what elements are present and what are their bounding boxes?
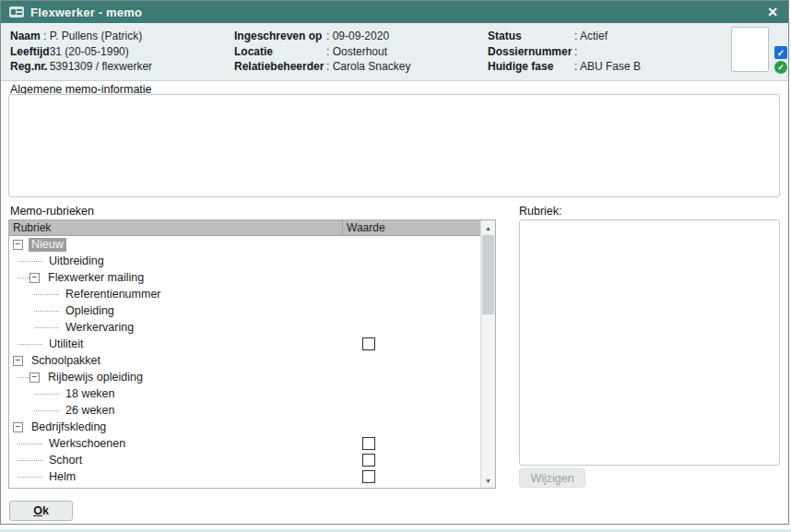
tree-cell-rubriek: Werkervaring (9, 321, 343, 335)
tree-row[interactable]: 18 weken (9, 385, 480, 402)
flexwerker-info-header: Naam: P. Pullens (Patrick)Leeftijd: 31 (… (1, 23, 788, 81)
header-column-1: Naam: P. Pullens (Patrick)Leeftijd: 31 (… (10, 29, 152, 75)
tree-cell-rubriek: −Flexwerker mailing (9, 271, 343, 285)
tree-item-label[interactable]: Helm (46, 470, 78, 484)
wijzigen-button[interactable]: Wijzigen (519, 468, 585, 488)
tree-item-label[interactable]: Flexwerker mailing (45, 271, 147, 285)
header-column-3: Status: ActiefDossiernummer: Huidige fas… (488, 29, 641, 75)
tree-cell-rubriek: −Bedrijfskleding (9, 420, 343, 434)
tree-item-label[interactable]: Werkervaring (63, 321, 136, 335)
collapse-icon[interactable]: − (30, 372, 40, 383)
tree-row[interactable]: −Nieuw (9, 236, 480, 253)
waarde-checkbox[interactable] (362, 470, 375, 483)
tree-cell-rubriek: −Rijbewijs opleiding (9, 371, 343, 384)
close-icon[interactable]: ✕ (765, 1, 780, 23)
tree-row[interactable]: 26 weken (9, 402, 480, 419)
tree-item-label[interactable]: Werkschoenen (46, 437, 128, 451)
tree-row[interactable]: Werkervaring (9, 319, 480, 336)
tree-cell-rubriek: Referentienummer (9, 288, 343, 301)
field-value: : Oosterhout (326, 45, 387, 58)
ok-button[interactable]: Ok (9, 501, 73, 521)
tree-connector (34, 327, 59, 328)
tree-cell-waarde (343, 337, 480, 350)
tree-row[interactable]: Uitbreiding (9, 253, 480, 269)
window-title: Flexwerker - memo (30, 6, 765, 19)
tree-item-label[interactable]: 18 weken (63, 387, 118, 401)
field-label: Naam (10, 29, 43, 44)
tree-cell-rubriek: Uitbreiding (9, 254, 343, 268)
collapse-icon[interactable]: − (13, 422, 23, 432)
field-value: : 5391309 / flexwerker (43, 60, 152, 73)
scrollbar-thumb[interactable] (482, 235, 494, 314)
collapse-icon[interactable]: − (30, 273, 40, 283)
field-ingeschreven-op: Ingeschreven op: 09-09-2020 (234, 29, 410, 44)
tree-cell-rubriek: Utiliteit (9, 337, 343, 351)
tree-connector (34, 311, 59, 312)
tree-row[interactable]: −Flexwerker mailing (9, 269, 480, 286)
scroll-up-icon[interactable]: ▲ (481, 220, 495, 235)
tree-row[interactable]: Helm (9, 468, 480, 485)
tree-row[interactable]: Werkschoenen (9, 435, 480, 452)
tree-row[interactable]: Schort (9, 452, 480, 468)
waarde-checkbox[interactable] (362, 454, 375, 467)
memo-card-icon (9, 6, 24, 18)
memo-textarea[interactable] (8, 94, 780, 197)
column-header-waarde[interactable]: Waarde (343, 220, 480, 235)
tree-row[interactable]: Opleiding (9, 302, 480, 319)
field-label: Reg.nr. (10, 59, 43, 75)
field-label: Leeftijd (10, 44, 43, 60)
tree-row[interactable]: −Schoolpakket (9, 352, 480, 369)
collapse-icon[interactable]: − (13, 240, 23, 250)
tree-scrollbar[interactable]: ▲ ▼ (480, 220, 495, 488)
tree-item-label[interactable]: Bedrijfskleding (29, 420, 109, 434)
tree-row[interactable]: Utiliteit (9, 336, 480, 352)
tree-row[interactable]: −Rijbewijs opleiding (9, 369, 480, 385)
field-label: Relatiebeheerder (234, 59, 326, 75)
tree-item-label[interactable]: Referentienummer (63, 288, 164, 301)
scroll-down-icon[interactable]: ▼ (481, 473, 495, 488)
tree-row[interactable]: Referentienummer (9, 286, 480, 302)
field-value: : Actief (574, 30, 608, 42)
checkbox-checked-icon[interactable]: ✓ (774, 46, 787, 59)
status-ok-icon: ✓ (774, 61, 787, 74)
tree-cell-rubriek: Opleiding (9, 304, 343, 318)
field-reg-nr: Reg.nr.: 5391309 / flexwerker (10, 59, 152, 75)
tree-connector (18, 477, 42, 478)
tree-item-label[interactable]: Opleiding (63, 304, 117, 318)
tree-cell-waarde (343, 437, 480, 450)
tree-item-label[interactable]: Rijbewijs opleiding (45, 371, 146, 384)
field-label: Ingeschreven op (234, 29, 326, 44)
tree-cell-rubriek: Werkschoenen (9, 437, 343, 451)
field-dossiernummer: Dossiernummer: (488, 44, 641, 60)
tree-item-label[interactable]: Utiliteit (46, 337, 87, 351)
tree-row[interactable]: −Bedrijfskleding (9, 419, 480, 435)
tree-cell-rubriek: 18 weken (9, 387, 343, 401)
field-leeftijd: Leeftijd: 31 (20-05-1990) (10, 44, 152, 60)
rubriek-value-box[interactable] (519, 219, 780, 466)
tree-item-label[interactable]: Schoolpakket (29, 354, 103, 368)
collapse-icon[interactable]: − (13, 356, 23, 366)
tree-connector (34, 294, 59, 295)
waarde-checkbox[interactable] (362, 337, 375, 350)
tree-item-label[interactable]: 26 weken (63, 404, 118, 418)
field-value: : ABU Fase B (574, 60, 641, 73)
tree-header-row: Rubriek Waarde (9, 220, 480, 236)
tree-item-label[interactable]: Nieuw (29, 238, 66, 252)
titlebar[interactable]: Flexwerker - memo ✕ (1, 1, 788, 23)
waarde-checkbox[interactable] (362, 437, 375, 450)
tree-connector (18, 443, 42, 444)
tree-cell-rubriek: Schort (9, 454, 343, 467)
tree-item-label[interactable]: Uitbreiding (46, 254, 107, 268)
memo-rubrieken-tree: Rubriek Waarde −NieuwUitbreiding−Flexwer… (8, 219, 496, 489)
tree-connector (18, 278, 30, 278)
tree-cell-rubriek: −Schoolpakket (9, 354, 343, 368)
tree-cell-waarde (343, 470, 480, 483)
tree-rows: −NieuwUitbreiding−Flexwerker mailingRefe… (9, 236, 480, 488)
tree-connector (34, 410, 59, 411)
field-status: Status: Actief (488, 29, 641, 44)
tree-item-label[interactable]: Schort (46, 454, 85, 467)
field-naam: Naam: P. Pullens (Patrick) (10, 29, 152, 44)
column-header-rubriek[interactable]: Rubriek (9, 220, 343, 235)
photo-placeholder (731, 27, 769, 72)
field-label: Locatie (234, 44, 326, 60)
